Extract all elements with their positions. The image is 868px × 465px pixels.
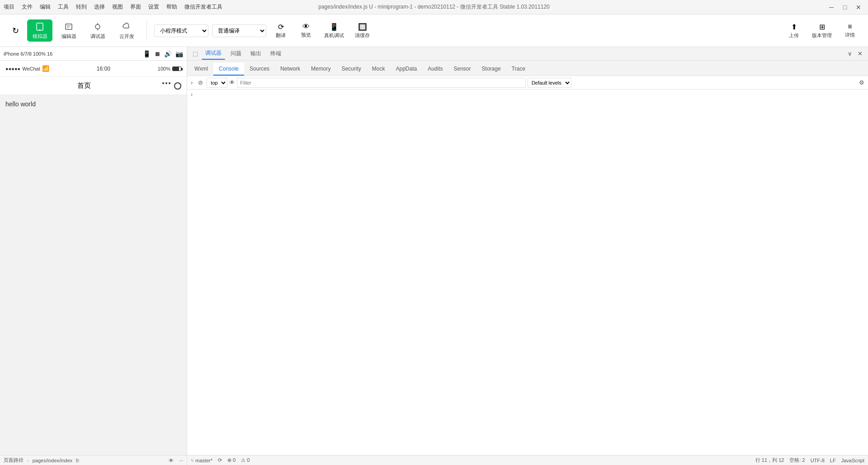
cloud-button[interactable]: 云开发 xyxy=(114,19,139,42)
menu-item-project[interactable]: 项目 xyxy=(4,3,14,11)
menu-item-goto[interactable]: 转到 xyxy=(76,3,87,11)
settings-icon[interactable]: ⚙ xyxy=(857,78,866,87)
battery-label: 100% xyxy=(158,66,170,71)
prompt-arrow[interactable]: › xyxy=(191,91,193,98)
issues-tab[interactable]: 问题 xyxy=(227,48,245,59)
upload-button[interactable]: ⬆ 上传 xyxy=(783,21,805,41)
tab-storage[interactable]: Storage xyxy=(476,63,506,76)
collapse-icon[interactable]: ∨ xyxy=(846,49,854,58)
devtools-panel: ⬚ 调试器 问题 输出 终端 ∨ ✕ Wxml Console Sources … xyxy=(187,47,868,465)
levels-select[interactable]: Default levels xyxy=(528,78,571,88)
copy-icon[interactable]: ⎘ xyxy=(76,458,79,463)
tab-wxml[interactable]: Wxml xyxy=(189,63,213,76)
tab-sources[interactable]: Sources xyxy=(244,63,275,76)
console-toolbar: › ⊘ top 👁 Default levels ⚙ xyxy=(187,76,868,90)
more-icon[interactable] xyxy=(162,82,170,90)
mode-select-group: 小程序模式 xyxy=(154,24,208,37)
tab-console[interactable]: Console xyxy=(213,63,244,76)
menu-item-view[interactable]: 视图 xyxy=(112,3,123,11)
stop-icon[interactable]: ⏹ xyxy=(154,50,160,57)
preview-button[interactable]: 👁 预览 xyxy=(295,21,317,40)
hello-world-text: hello world xyxy=(5,100,181,108)
audio-icon[interactable]: 🔊 xyxy=(164,50,172,57)
menu-item-tool[interactable]: 工具 xyxy=(58,3,69,11)
simulator-button[interactable]: 模拟器 xyxy=(27,19,52,42)
record-icon[interactable] xyxy=(174,82,181,90)
cloud-label: 云开发 xyxy=(119,33,134,40)
version-label: 版本管理 xyxy=(812,32,832,39)
encoding: UTF-8 xyxy=(811,458,825,463)
path-label: 页面路径 xyxy=(4,457,24,464)
menu-item-select[interactable]: 选择 xyxy=(94,3,105,11)
expand-icon[interactable]: › xyxy=(189,78,194,87)
filter-icon[interactable]: 👁 xyxy=(229,79,235,86)
simulator-panel: iPhone 6/7/8 100% 16 📱 ⏹ 🔊 📷 ●●●●● WeCha… xyxy=(0,47,187,465)
devtools-status-bar: ⑂ master* ⟳ ⊗ 0 ⚠ 0 行 11，列 12 空格: 2 UTF-… xyxy=(187,455,868,465)
tab-network[interactable]: Network xyxy=(275,63,306,76)
close-button[interactable]: ✕ xyxy=(853,3,864,11)
window-controls: ─ □ ✕ xyxy=(826,3,864,11)
maximize-button[interactable]: □ xyxy=(839,3,851,11)
terminal-tab[interactable]: 终端 xyxy=(267,48,285,59)
realtest-button[interactable]: 📱 真机调试 xyxy=(321,21,348,41)
svg-point-1 xyxy=(39,29,40,30)
clearcache-button[interactable]: 🔲 清缓存 xyxy=(351,21,373,41)
sim-nav-title: 首页 xyxy=(5,81,162,90)
battery-icon xyxy=(172,66,181,71)
realtest-icon: 📱 xyxy=(330,23,339,31)
detail-icon: ≡ xyxy=(848,23,852,31)
warning-icon: ⚠ xyxy=(241,457,245,463)
devtools-close-icon[interactable]: ✕ xyxy=(856,49,864,58)
menu-item-interface[interactable]: 界面 xyxy=(130,3,141,11)
debugger-tab[interactable]: 调试器 xyxy=(202,47,225,60)
eye-icon[interactable]: 👁 xyxy=(169,458,174,463)
detail-button[interactable]: ≡ 详情 xyxy=(839,21,861,40)
tab-sensor[interactable]: Sensor xyxy=(448,63,476,76)
debugger-button[interactable]: 调试器 xyxy=(85,19,110,42)
clear-icon[interactable]: ⊘ xyxy=(196,78,205,87)
git-branch[interactable]: ⑂ master* xyxy=(191,458,212,463)
phone-icon[interactable]: 📱 xyxy=(143,50,151,57)
devtools-tabs: Wxml Console Sources Network Memory Secu… xyxy=(187,61,868,76)
signal-dots: ●●●●● xyxy=(5,66,20,71)
menu-item-wechat[interactable]: 微信开发者工具 xyxy=(184,3,222,11)
refresh-button[interactable]: ↻ xyxy=(7,24,24,38)
simulator-icon xyxy=(35,21,44,32)
tab-audits[interactable]: Audits xyxy=(422,63,448,76)
menu-item-help[interactable]: 帮助 xyxy=(166,3,177,11)
simulator-label: 模拟器 xyxy=(33,33,47,40)
console-content: › xyxy=(187,90,868,455)
language[interactable]: JavaScript xyxy=(841,458,864,463)
simulator-status-bar: 页面路径 › pages/index/index ⎘ 👁 ··· xyxy=(0,455,187,465)
menu-item-file[interactable]: 文件 xyxy=(22,3,33,11)
preview-label: 预览 xyxy=(301,32,311,38)
editor-button[interactable]: 编辑器 xyxy=(56,19,81,42)
sim-status-left: ●●●●● WeChat 📶 xyxy=(5,65,49,72)
menu-item-settings[interactable]: 设置 xyxy=(148,3,159,11)
mode-select[interactable]: 小程序模式 xyxy=(154,24,208,37)
filter-input[interactable] xyxy=(237,78,525,88)
minimize-button[interactable]: ─ xyxy=(826,3,837,11)
error-count: ⊗ 0 xyxy=(227,457,236,463)
svg-point-5 xyxy=(95,24,100,29)
output-tab[interactable]: 输出 xyxy=(247,48,265,59)
compile-select[interactable]: 普通编译 xyxy=(212,24,266,37)
inspect-icon[interactable]: ⬚ xyxy=(191,49,200,58)
tab-appdata[interactable]: AppData xyxy=(390,63,422,76)
sim-status-right: 100% xyxy=(158,66,181,71)
screenshot-icon[interactable]: 📷 xyxy=(175,50,183,57)
page-path[interactable]: pages/index/index xyxy=(33,458,73,463)
sim-content: hello world xyxy=(0,95,187,455)
context-select[interactable]: top xyxy=(207,78,227,88)
translate-button[interactable]: ⟳ 翻译 xyxy=(270,21,292,41)
more-options-icon[interactable]: ··· xyxy=(179,458,183,463)
version-button[interactable]: ⊞ 版本管理 xyxy=(808,21,835,41)
tab-mock[interactable]: Mock xyxy=(367,63,391,76)
refresh-icon: ↻ xyxy=(12,25,19,36)
tab-memory[interactable]: Memory xyxy=(306,63,336,76)
sync-icon[interactable]: ⟳ xyxy=(218,457,222,463)
menu-item-edit[interactable]: 编辑 xyxy=(40,3,51,11)
tab-trace[interactable]: Trace xyxy=(506,63,531,76)
editor-icon xyxy=(64,21,73,32)
tab-security[interactable]: Security xyxy=(336,63,366,76)
